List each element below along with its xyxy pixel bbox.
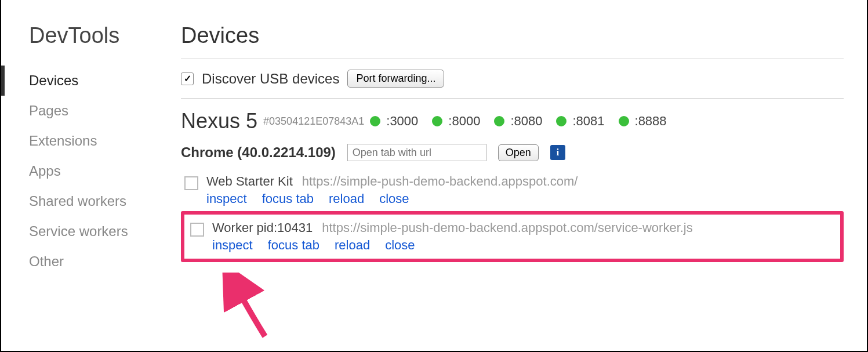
- inspect-target-row: Worker pid:10431 https://simple-push-dem…: [187, 216, 838, 257]
- device-name: Nexus 5: [181, 109, 257, 133]
- favicon-placeholder: [190, 223, 204, 237]
- sidebar-item-shared-workers[interactable]: Shared workers: [1, 186, 164, 216]
- close-link[interactable]: close: [379, 191, 409, 206]
- sidebar-item-devices[interactable]: Devices: [1, 66, 164, 96]
- divider: [181, 59, 844, 59]
- main-panel: Devices Discover USB devices Port forwar…: [164, 0, 867, 351]
- inspect-link[interactable]: inspect: [212, 238, 253, 253]
- discover-usb-label: Discover USB devices: [202, 71, 339, 87]
- target-title: Web Starter Kit: [206, 174, 293, 189]
- port-label: :3000: [386, 114, 418, 129]
- sidebar-item-extensions[interactable]: Extensions: [1, 126, 164, 156]
- sidebar-item-pages[interactable]: Pages: [1, 96, 164, 126]
- inspect-target-row: Web Starter Kit https://simple-push-demo…: [181, 169, 844, 211]
- target-url: https://simple-push-demo-backend.appspot…: [322, 220, 693, 235]
- info-icon[interactable]: i: [550, 145, 565, 160]
- inspect-link[interactable]: inspect: [206, 191, 247, 206]
- sidebar: DevTools Devices Pages Extensions Apps S…: [1, 0, 164, 351]
- port-status-dot: [619, 116, 629, 126]
- port-status-dot: [556, 116, 566, 126]
- brand-title: DevTools: [1, 23, 164, 48]
- sidebar-item-other[interactable]: Other: [1, 246, 164, 277]
- port-label: :8080: [510, 114, 542, 129]
- port-status-dot: [494, 116, 504, 126]
- close-link[interactable]: close: [385, 238, 415, 253]
- open-tab-url-input[interactable]: [347, 144, 486, 161]
- annotation-highlight-box: Worker pid:10431 https://simple-push-dem…: [181, 211, 844, 262]
- port-status-dot: [432, 116, 442, 126]
- port-status-dot: [370, 116, 380, 126]
- browser-name: Chrome (40.0.2214.109): [181, 144, 336, 161]
- port-forwarding-button[interactable]: Port forwarding...: [347, 70, 444, 88]
- sidebar-item-apps[interactable]: Apps: [1, 156, 164, 186]
- target-url: https://simple-push-demo-backend.appspot…: [302, 174, 578, 189]
- divider: [181, 98, 844, 99]
- reload-link[interactable]: reload: [329, 191, 364, 206]
- focus-tab-link[interactable]: focus tab: [262, 191, 314, 206]
- discover-usb-checkbox[interactable]: [181, 72, 194, 85]
- port-label: :8888: [635, 114, 667, 129]
- port-label: :8000: [448, 114, 480, 129]
- reload-link[interactable]: reload: [335, 238, 370, 253]
- favicon-placeholder: [184, 176, 198, 190]
- page-title: Devices: [181, 23, 844, 48]
- target-title: Worker pid:10431: [212, 220, 313, 235]
- focus-tab-link[interactable]: focus tab: [268, 238, 319, 253]
- port-label: :8081: [572, 114, 604, 129]
- device-id: #03504121E07843A1: [263, 115, 364, 128]
- sidebar-item-service-workers[interactable]: Service workers: [1, 216, 164, 246]
- open-tab-button[interactable]: Open: [498, 144, 539, 161]
